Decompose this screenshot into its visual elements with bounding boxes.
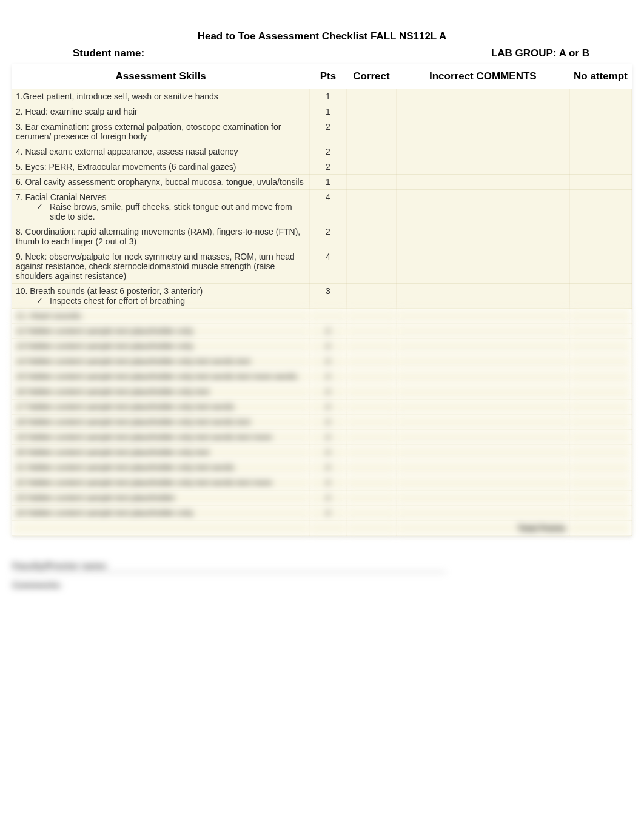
col-skills: Assessment Skills bbox=[12, 64, 309, 89]
correct-cell bbox=[347, 309, 397, 324]
correct-cell bbox=[347, 159, 397, 175]
skill-text: 18 hidden content sample text placeholde… bbox=[16, 417, 250, 427]
correct-cell bbox=[347, 506, 397, 521]
pts-cell: 2 bbox=[309, 400, 346, 415]
skill-cell: 2. Head: examine scalp and hair bbox=[12, 104, 309, 119]
table-row: 4. Nasal exam: external appearance, asse… bbox=[12, 144, 632, 159]
faculty-name-label: Faculty/Proctor name: bbox=[12, 560, 446, 572]
skill-text: 21 hidden content sample text placeholde… bbox=[16, 463, 234, 472]
pts-cell: 2 bbox=[309, 159, 346, 175]
correct-cell bbox=[347, 119, 397, 144]
incorrect-cell bbox=[396, 89, 569, 104]
table-row: 18 hidden content sample text placeholde… bbox=[12, 415, 632, 430]
table-row: 21 hidden content sample text placeholde… bbox=[12, 460, 632, 475]
skill-text: 7. Facial Cranial Nerves bbox=[16, 192, 106, 202]
pts-cell: 3 bbox=[309, 284, 346, 309]
pts-cell: 2 bbox=[309, 491, 346, 506]
incorrect-cell bbox=[396, 104, 569, 119]
student-name-label: Student name: bbox=[73, 47, 144, 59]
noattempt-cell bbox=[569, 369, 631, 384]
pts-cell: 2 bbox=[309, 369, 346, 384]
skill-text: 24 hidden content sample text placeholde… bbox=[16, 508, 193, 518]
skill-text: 3. Ear examination: gross external palpa… bbox=[16, 122, 281, 141]
pts-cell bbox=[309, 309, 346, 324]
skill-cell: 10. Breath sounds (at least 6 posterior,… bbox=[12, 284, 309, 309]
noattempt-cell bbox=[569, 119, 631, 144]
incorrect-cell bbox=[396, 400, 569, 415]
skill-sub-text: Raise brows, smile, puff cheeks, stick t… bbox=[16, 202, 306, 221]
correct-cell bbox=[347, 190, 397, 224]
skill-text: 2. Head: examine scalp and hair bbox=[16, 107, 138, 116]
correct-cell bbox=[347, 400, 397, 415]
skill-text: 23 hidden content sample text placeholde… bbox=[16, 493, 175, 503]
skill-text: 4. Nasal exam: external appearance, asse… bbox=[16, 147, 238, 156]
table-row: 11. Heart sounds: bbox=[12, 309, 632, 324]
skill-text: 16 hidden content sample text placeholde… bbox=[16, 387, 209, 397]
table-row: 7. Facial Cranial NervesRaise brows, smi… bbox=[12, 190, 632, 224]
pts-cell: 2 bbox=[309, 354, 346, 369]
skill-cell: 8. Coordination: rapid alternating movem… bbox=[12, 224, 309, 249]
correct-cell bbox=[347, 249, 397, 284]
pts-cell: 2 bbox=[309, 144, 346, 159]
incorrect-cell: Total Points bbox=[396, 521, 569, 536]
table-row: 12 hidden content sample text placeholde… bbox=[12, 324, 632, 339]
noattempt-cell bbox=[569, 354, 631, 369]
table-row: 17 hidden content sample text placeholde… bbox=[12, 400, 632, 415]
table-row: 6. Oral cavity assessment: oropharynx, b… bbox=[12, 175, 632, 190]
skill-cell: 6. Oral cavity assessment: oropharynx, b… bbox=[12, 175, 309, 190]
skill-cell: 4. Nasal exam: external appearance, asse… bbox=[12, 144, 309, 159]
skill-cell: 24 hidden content sample text placeholde… bbox=[12, 506, 309, 521]
skill-text: 9. Neck: observe/palpate for neck symmet… bbox=[16, 252, 295, 281]
correct-cell bbox=[347, 324, 397, 339]
skill-text: 11. Heart sounds: bbox=[16, 311, 83, 321]
pts-cell: 2 bbox=[309, 445, 346, 460]
comments-label: Comments: bbox=[12, 580, 632, 590]
correct-cell bbox=[347, 354, 397, 369]
correct-cell bbox=[347, 460, 397, 475]
noattempt-cell bbox=[569, 460, 631, 475]
pts-cell bbox=[309, 521, 346, 536]
table-row: 3. Ear examination: gross external palpa… bbox=[12, 119, 632, 144]
skill-cell: 21 hidden content sample text placeholde… bbox=[12, 460, 309, 475]
pts-cell: 4 bbox=[309, 190, 346, 224]
page-title: Head to Toe Assessment Checklist FALL NS… bbox=[12, 30, 632, 42]
table-row: 8. Coordination: rapid alternating movem… bbox=[12, 224, 632, 249]
pts-cell: 2 bbox=[309, 415, 346, 430]
skill-cell: 1.Greet patient, introduce self, wash or… bbox=[12, 89, 309, 104]
noattempt-cell bbox=[569, 491, 631, 506]
skill-text: 22 hidden content sample text placeholde… bbox=[16, 478, 272, 488]
incorrect-cell bbox=[396, 190, 569, 224]
noattempt-cell bbox=[569, 144, 631, 159]
footer-section: Faculty/Proctor name: Comments: bbox=[12, 560, 632, 590]
skill-text: 12 hidden content sample text placeholde… bbox=[16, 326, 193, 336]
noattempt-cell bbox=[569, 190, 631, 224]
noattempt-cell bbox=[569, 400, 631, 415]
pts-cell: 2 bbox=[309, 339, 346, 354]
skill-cell: 22 hidden content sample text placeholde… bbox=[12, 475, 309, 491]
skill-cell: 16 hidden content sample text placeholde… bbox=[12, 384, 309, 400]
skill-text: 10. Breath sounds (at least 6 posterior,… bbox=[16, 286, 203, 296]
table-row: Total Points bbox=[12, 521, 632, 536]
skill-cell: 15 hidden content sample text placeholde… bbox=[12, 369, 309, 384]
incorrect-cell bbox=[396, 506, 569, 521]
correct-cell bbox=[347, 445, 397, 460]
noattempt-cell bbox=[569, 284, 631, 309]
skill-cell: 23 hidden content sample text placeholde… bbox=[12, 491, 309, 506]
incorrect-cell bbox=[396, 249, 569, 284]
correct-cell bbox=[347, 475, 397, 491]
correct-cell bbox=[347, 491, 397, 506]
lab-group-label: LAB GROUP: A or B bbox=[491, 47, 589, 59]
pts-cell: 1 bbox=[309, 175, 346, 190]
skill-cell bbox=[12, 521, 309, 536]
correct-cell bbox=[347, 415, 397, 430]
table-row: 22 hidden content sample text placeholde… bbox=[12, 475, 632, 491]
col-correct: Correct bbox=[347, 64, 397, 89]
noattempt-cell bbox=[569, 339, 631, 354]
pts-cell: 1 bbox=[309, 104, 346, 119]
table-row: 13 hidden content sample text placeholde… bbox=[12, 339, 632, 354]
skill-cell: 5. Eyes: PERR, Extraocular movements (6 … bbox=[12, 159, 309, 175]
correct-cell bbox=[347, 144, 397, 159]
incorrect-cell bbox=[396, 430, 569, 445]
skill-text: 19 hidden content sample text placeholde… bbox=[16, 432, 272, 442]
incorrect-cell bbox=[396, 339, 569, 354]
